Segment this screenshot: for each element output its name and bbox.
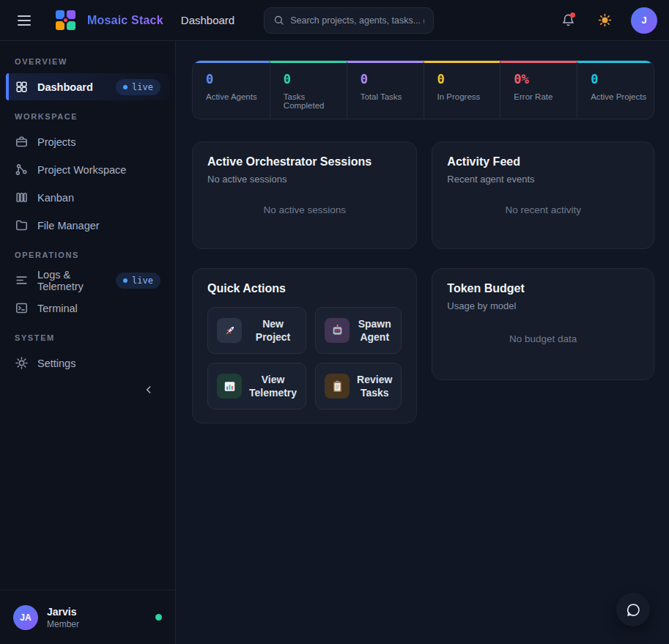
- stat-tasks-completed: 0 Tasks Completed: [270, 61, 347, 119]
- section-label-workspace: WORKSPACE: [6, 106, 169, 128]
- sidebar-item-settings[interactable]: Settings: [6, 349, 169, 377]
- sidebar-item-dashboard[interactable]: Dashboard live: [6, 73, 169, 100]
- robot-icon: [325, 318, 350, 343]
- stat-label: Tasks Completed: [284, 92, 347, 110]
- quick-actions-card: Quick Actions New Project Spawn Agent: [192, 268, 417, 423]
- sidebar-item-project-workspace[interactable]: Project Workspace: [6, 156, 169, 183]
- sidebar: OVERVIEW Dashboard live WORKSPACE Projec…: [0, 41, 176, 644]
- action-label: Review Tasks: [357, 373, 392, 399]
- user-role: Member: [47, 619, 79, 629]
- stat-label: Error Rate: [514, 92, 577, 101]
- review-tasks-button[interactable]: Review Tasks: [315, 363, 402, 410]
- chat-bubble-icon: [626, 602, 641, 618]
- activity-feed-card: Activity Feed Recent agent events No rec…: [432, 141, 654, 249]
- sidebar-user-card[interactable]: JA Jarvis Member: [0, 590, 175, 644]
- notifications-button[interactable]: [555, 7, 581, 34]
- folder-icon: [15, 218, 29, 232]
- search-icon: [273, 15, 284, 26]
- stat-label: Total Tasks: [361, 92, 424, 101]
- empty-state-text: No active sessions: [207, 185, 402, 235]
- user-initials-avatar: JA: [13, 605, 38, 630]
- sun-icon: [598, 13, 612, 27]
- sidebar-item-kanban[interactable]: Kanban: [6, 184, 169, 211]
- action-label: View Telemetry: [249, 373, 297, 399]
- action-label: New Project: [249, 317, 297, 344]
- stat-error-rate: 0% Error Rate: [500, 61, 577, 119]
- card-subtitle: No active sessions: [207, 174, 402, 185]
- card-title: Activity Feed: [447, 155, 639, 169]
- clipboard-icon: [325, 374, 350, 399]
- user-avatar-button[interactable]: J: [631, 7, 657, 34]
- log-lines-icon: [15, 273, 29, 287]
- section-label-system: SYSTEM: [6, 327, 169, 349]
- live-badge: live: [116, 273, 160, 289]
- live-dot-icon: [123, 278, 127, 283]
- empty-state-text: No recent activity: [447, 185, 639, 235]
- top-bar: Mosaic Stack Dashboard J: [0, 0, 669, 41]
- terminal-icon: [15, 301, 29, 315]
- theme-toggle-button[interactable]: [591, 7, 618, 34]
- sidebar-item-label: Projects: [37, 136, 75, 148]
- bar-chart-icon: [217, 374, 242, 399]
- stat-in-progress: 0 In Progress: [424, 61, 500, 119]
- stat-label: In Progress: [437, 92, 500, 101]
- sidebar-item-terminal[interactable]: Terminal: [6, 295, 169, 322]
- stat-total-tasks: 0 Total Tasks: [347, 61, 424, 119]
- stat-value: 0: [206, 72, 270, 86]
- live-dot-icon: [123, 85, 127, 89]
- stat-active-projects: 0 Active Projects: [577, 61, 654, 119]
- stat-label: Active Agents: [206, 92, 270, 101]
- sidebar-item-label: Settings: [37, 358, 75, 369]
- section-label-operations: OPERATIONS: [6, 245, 169, 267]
- stat-label: Active Projects: [591, 92, 654, 101]
- user-name: Jarvis: [47, 606, 79, 618]
- sidebar-item-label: Logs & Telemetry: [37, 269, 107, 292]
- hamburger-menu-button[interactable]: [12, 8, 37, 33]
- notification-dot: [570, 12, 575, 18]
- stat-value: 0: [437, 72, 500, 86]
- sidebar-item-logs-telemetry[interactable]: Logs & Telemetry live: [6, 267, 169, 294]
- stats-row: 0 Active Agents 0 Tasks Completed 0 Tota…: [192, 60, 654, 119]
- online-status-dot: [155, 614, 162, 621]
- sidebar-item-label: Kanban: [37, 192, 74, 204]
- card-title: Quick Actions: [207, 282, 402, 295]
- brand-title: Mosaic Stack: [87, 14, 163, 27]
- sidebar-item-label: Terminal: [37, 303, 78, 314]
- gear-icon: [15, 356, 29, 370]
- stat-active-agents: 0 Active Agents: [193, 61, 270, 119]
- empty-state-text: No budget data: [447, 311, 639, 366]
- chat-fab-button[interactable]: [616, 593, 650, 626]
- action-label: Spawn Agent: [357, 317, 392, 344]
- briefcase-icon: [15, 135, 29, 149]
- section-label-overview: OVERVIEW: [6, 51, 169, 73]
- network-nodes-icon: [15, 163, 29, 177]
- stat-value: 0: [591, 72, 654, 86]
- card-subtitle: Usage by model: [447, 300, 639, 311]
- kanban-columns-icon: [15, 190, 29, 204]
- stat-value: 0: [284, 72, 347, 86]
- sidebar-item-file-manager[interactable]: File Manager: [6, 212, 169, 239]
- live-badge: live: [116, 79, 160, 95]
- card-title: Token Budget: [447, 282, 639, 295]
- token-budget-card: Token Budget Usage by model No budget da…: [432, 268, 654, 380]
- sidebar-item-label: File Manager: [37, 220, 100, 232]
- sidebar-item-label: Project Workspace: [37, 164, 126, 176]
- grid-icon: [15, 80, 29, 94]
- mosaic-logo-icon: [56, 10, 75, 30]
- sidebar-item-label: Dashboard: [37, 81, 93, 93]
- main-content: 0 Active Agents 0 Tasks Completed 0 Tota…: [176, 41, 669, 644]
- global-search[interactable]: [264, 7, 434, 34]
- card-subtitle: Recent agent events: [447, 174, 639, 185]
- new-project-button[interactable]: New Project: [207, 307, 306, 354]
- view-telemetry-button[interactable]: View Telemetry: [207, 363, 306, 410]
- rocket-icon: [217, 318, 242, 343]
- card-title: Active Orchestrator Sessions: [207, 155, 402, 169]
- sidebar-item-projects[interactable]: Projects: [6, 128, 169, 155]
- search-input[interactable]: [290, 15, 424, 26]
- chevron-left-icon: [143, 384, 155, 396]
- breadcrumb-page-name: Dashboard: [181, 14, 234, 26]
- stat-value: 0: [361, 72, 424, 86]
- stat-value: 0%: [514, 72, 577, 86]
- spawn-agent-button[interactable]: Spawn Agent: [315, 307, 402, 354]
- sidebar-collapse-button[interactable]: [138, 380, 159, 400]
